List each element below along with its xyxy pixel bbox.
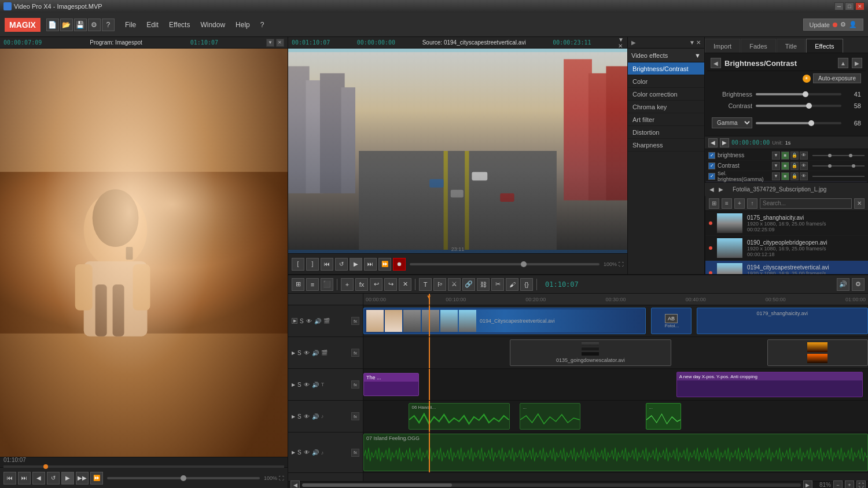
clip-text-anewday[interactable]: A new day X-pos. Y-pos. Anti cropping — [676, 372, 863, 397]
effect-art-filter[interactable]: Art filter — [628, 113, 704, 126]
kf-contrast-color[interactable]: ■ — [781, 162, 789, 170]
minimize-button[interactable]: ─ — [834, 2, 844, 10]
file-item-2[interactable]: 0190_citypeoplebridgeopen.avi 1920 x 108… — [705, 236, 868, 261]
kf-contrast-lock[interactable]: 🔒 — [790, 162, 799, 170]
zoom-out-btn[interactable]: − — [833, 480, 843, 489]
scroll-right-btn[interactable]: ▶ — [803, 480, 812, 489]
src-loop[interactable]: ↺ — [335, 258, 348, 271]
track2-mute[interactable]: S — [297, 350, 301, 356]
track5-collapse[interactable]: ▶ — [292, 450, 295, 455]
track5-lock[interactable]: 🔊 — [312, 449, 319, 456]
time-progress-bar[interactable] — [3, 465, 284, 468]
src-record[interactable]: ⏺ — [393, 258, 406, 271]
extra-menu[interactable]: ? — [256, 19, 269, 31]
effect-distortion[interactable]: Distortion — [628, 126, 704, 139]
gamma-slider[interactable] — [756, 122, 841, 124]
file-view-btn2[interactable]: ≡ — [722, 198, 732, 209]
kf-gamma-options[interactable]: ▼ — [772, 172, 780, 180]
tab-import[interactable]: Import — [705, 39, 740, 53]
src-mark-in[interactable]: [ — [292, 258, 304, 271]
gamma-select[interactable]: Gamma Linear Log — [712, 117, 752, 128]
clip-shanghai[interactable]: 0179_shanghaicity.avi — [697, 308, 868, 334]
kf-contrast-check[interactable]: ✓ — [708, 162, 715, 169]
kf-brightness-lock[interactable]: 🔒 — [790, 151, 799, 160]
left-panel-close[interactable]: ✕ — [276, 39, 284, 47]
track1-collapse[interactable]: ▶ — [292, 318, 297, 324]
track4-lock[interactable]: 🔊 — [312, 413, 319, 420]
track5-eye[interactable]: 👁 — [304, 449, 310, 456]
track3-eye[interactable]: 👁 — [304, 382, 310, 388]
loop-button[interactable]: ↺ — [47, 472, 60, 485]
prev-marker-button[interactable]: ⏭ — [18, 472, 31, 485]
audio-clip-hawaii2[interactable]: ... — [520, 403, 580, 430]
clip-fotolia[interactable]: AB Fotol... — [651, 308, 692, 334]
effect-chroma-key[interactable]: Chroma key — [628, 101, 704, 113]
tab-title[interactable]: Title — [777, 39, 806, 53]
open-button[interactable]: 📂 — [60, 19, 73, 31]
zoom-in-btn[interactable]: + — [845, 480, 854, 489]
effect-color[interactable]: Color — [628, 75, 704, 88]
kf-contrast-visible[interactable]: 👁 — [800, 162, 808, 170]
effects-options[interactable]: ▼ — [689, 39, 695, 46]
src-mark-out[interactable]: ] — [306, 258, 319, 271]
tl-unlink[interactable]: ⛓ — [477, 278, 490, 291]
file-item-1[interactable]: 0175_shanghaicity.avi 1920 x 1080, 16:9,… — [705, 211, 868, 236]
track5-fx[interactable]: fx — [351, 449, 359, 457]
src-forward[interactable]: ⏩ — [378, 258, 391, 271]
src-prev[interactable]: ⏮ — [321, 258, 333, 271]
effect-sharpness[interactable]: Sharpness — [628, 139, 704, 151]
track3-fx[interactable]: fx — [351, 380, 359, 389]
back-icon[interactable]: ◀ — [709, 186, 714, 193]
effects-menu[interactable]: Effects — [164, 19, 194, 31]
kf-gamma-color[interactable]: ■ — [781, 172, 789, 180]
track1-fx[interactable]: fx — [351, 317, 359, 325]
kf-next-button[interactable]: ▶ — [720, 138, 729, 147]
tl-view-mode[interactable]: ⊞ — [292, 278, 304, 291]
help-icon[interactable]: ? — [102, 19, 115, 31]
edit-menu[interactable]: Edit — [142, 19, 163, 31]
kf-brightness-color[interactable]: ■ — [781, 151, 789, 160]
clip-text-the[interactable]: The ... — [363, 373, 419, 396]
kf-contrast-options[interactable]: ▼ — [772, 162, 780, 170]
track4-mute[interactable]: S — [297, 413, 301, 420]
effect-color-correction[interactable]: Color correction — [628, 88, 704, 101]
audio-clip-island[interactable]: 07 Island Feeling.OGG — [363, 434, 868, 471]
tab-fades[interactable]: Fades — [741, 39, 776, 53]
file-add-btn[interactable]: + — [734, 198, 745, 209]
kf-brightness-visible[interactable]: 👁 — [800, 151, 808, 160]
play-button[interactable]: ▶ — [61, 472, 74, 485]
tl-settings[interactable]: ⚙ — [852, 278, 865, 291]
tl-storyboard[interactable]: ⬛ — [321, 278, 333, 291]
track5-mute[interactable]: S — [297, 449, 301, 456]
clip-cityscapestreet[interactable]: 0194_Cityscapestreetvertical.avi — [363, 308, 646, 334]
position-slider[interactable] — [107, 477, 260, 479]
step-forward-button[interactable]: ▶▶ — [76, 472, 89, 485]
audio-clip-hawaii3[interactable]: ... — [646, 403, 681, 430]
go-to-start-button[interactable]: ⏮ — [3, 472, 16, 485]
file-item-3[interactable]: 0194_cityscapestreetvertical.avi 1920 x … — [705, 261, 868, 274]
kf-gamma-visible[interactable]: 👁 — [800, 172, 808, 180]
maximize-button[interactable]: □ — [845, 2, 854, 10]
track2-fx[interactable]: fx — [351, 349, 359, 357]
tl-razor[interactable]: ✂ — [491, 278, 504, 291]
track4-fx[interactable]: fx — [351, 412, 359, 420]
track3-lock[interactable]: 🔊 — [312, 382, 319, 388]
effects-prev[interactable]: ▲ — [838, 58, 848, 68]
src-play[interactable]: ▶ — [350, 258, 362, 271]
update-button[interactable]: Update ⚙ 👤 — [803, 19, 863, 31]
tl-list-mode[interactable]: ≡ — [306, 278, 319, 291]
save-button[interactable]: 💾 — [74, 19, 87, 31]
tl-volume[interactable]: 🔊 — [837, 278, 849, 291]
tl-text-tool[interactable]: T — [419, 278, 432, 291]
forward-icon[interactable]: ▶ — [719, 186, 723, 193]
tl-split[interactable]: ⚔ — [448, 278, 461, 291]
source-progress-bar[interactable]: 23:11 — [288, 250, 627, 253]
track1-lock[interactable]: 🔊 — [314, 318, 321, 324]
effects-back-button[interactable]: ◀ — [711, 58, 721, 68]
step-back-button[interactable]: ◀ — [32, 472, 45, 485]
settings-icon[interactable]: ⚙ — [88, 19, 101, 31]
src-position-slider[interactable] — [410, 263, 599, 265]
file-menu[interactable]: File — [120, 19, 141, 31]
clip-escalator[interactable]: 0135_goingdownescalator.avi — [510, 339, 671, 366]
effects-play-preview[interactable]: ▶ — [852, 58, 862, 68]
